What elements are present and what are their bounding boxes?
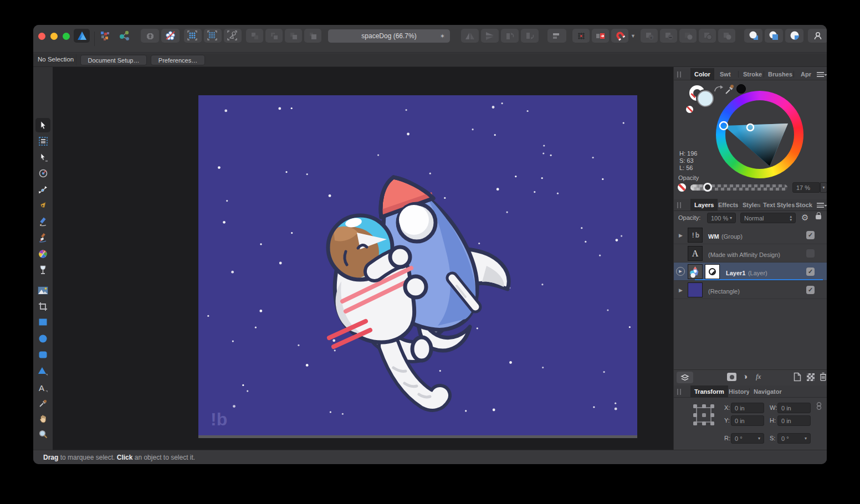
tab-navigator[interactable]: Navigator	[750, 385, 786, 398]
insert-inside-button[interactable]	[785, 29, 803, 43]
panel-grip-icon[interactable]	[677, 202, 681, 208]
new-layer-icon[interactable]	[794, 372, 801, 382]
account-button[interactable]	[808, 29, 827, 43]
document-setup-button[interactable]: Document Setup…	[80, 55, 147, 65]
fine-dot-grid-toggle-button[interactable]	[204, 29, 222, 43]
trash-icon[interactable]	[820, 372, 827, 381]
layer-visibility-checkbox[interactable]	[806, 286, 815, 294]
zoom-window-button[interactable]	[63, 33, 70, 40]
checkerboard-icon[interactable]	[807, 373, 815, 381]
pencil-tool[interactable]	[35, 214, 50, 229]
rotation-dropdown[interactable]: 0 °▾	[731, 433, 764, 444]
document-title[interactable]: spaceDog (66.7%) ✶	[328, 29, 450, 43]
tab-transform[interactable]: Transform	[690, 385, 728, 398]
layer-thumbnail[interactable]: !b	[688, 228, 703, 243]
view-tool[interactable]	[35, 412, 50, 426]
embed-document-button[interactable]	[141, 29, 159, 43]
fill-color-well[interactable]	[697, 90, 714, 107]
canvas-pasteboard[interactable]: !b	[53, 67, 673, 450]
layer-thumbnail[interactable]: A	[688, 246, 703, 261]
boolean-combine-button[interactable]	[718, 29, 735, 43]
tab-color[interactable]: Color	[690, 68, 714, 80]
flip-vertical-button[interactable]	[481, 29, 499, 43]
x-input[interactable]: 0 in	[731, 403, 764, 413]
corner-tool[interactable]	[35, 182, 50, 197]
move-tool[interactable]	[35, 118, 50, 132]
opacity-dropdown-caret[interactable]: ▾	[820, 182, 827, 193]
force-pixel-alignment-button[interactable]	[592, 29, 609, 43]
tab-brushes[interactable]: Brushes	[764, 68, 796, 80]
boolean-add-button[interactable]: +	[641, 29, 658, 43]
no-color-swatch[interactable]	[686, 106, 693, 113]
unclip-curves-button[interactable]	[161, 29, 180, 43]
adjustment-layer-icon[interactable]: ◑	[743, 372, 748, 381]
blend-mode-dropdown[interactable]: Normal▴▾	[740, 213, 796, 223]
clip-expand-circle-icon[interactable]: ▶	[676, 267, 685, 276]
color-panel-menu-icon[interactable]	[817, 72, 824, 77]
select-shapes-button[interactable]	[224, 29, 242, 43]
text-tool[interactable]: A	[35, 380, 50, 395]
tab-appearance[interactable]: Apr	[797, 68, 815, 80]
move-back-one-button[interactable]	[246, 29, 263, 43]
place-image-tool[interactable]	[35, 283, 50, 297]
rotate-cw-button[interactable]	[521, 29, 539, 43]
link-dimensions-icon[interactable]	[817, 402, 821, 410]
snapping-options-caret[interactable]: ▼	[631, 33, 636, 39]
move-to-front-button[interactable]	[304, 29, 321, 43]
designer-persona-button[interactable]	[74, 29, 90, 43]
hsl-triangle[interactable]	[716, 91, 803, 178]
layer-visibility-checkbox[interactable]	[806, 231, 815, 239]
panel-grip-icon[interactable]	[677, 389, 681, 395]
node-tool[interactable]	[35, 150, 50, 164]
rounded-rectangle-tool[interactable]	[35, 347, 50, 362]
transform-anchor-widget[interactable]	[692, 403, 715, 426]
color-wheel[interactable]	[716, 91, 803, 178]
tab-swatches[interactable]: Swt	[716, 68, 735, 80]
insert-behind-button[interactable]	[744, 29, 762, 43]
shear-dropdown[interactable]: 0 °▾	[777, 433, 811, 444]
opacity-none-icon[interactable]	[678, 183, 686, 192]
layer-row-rectangle[interactable]: ▶ (Rectangle)	[674, 281, 827, 299]
boolean-divide-button[interactable]	[699, 29, 716, 43]
layer-thumbnail[interactable]	[688, 282, 703, 297]
point-transform-tool[interactable]	[35, 166, 50, 181]
layers-stack-button[interactable]	[677, 372, 693, 383]
document-canvas[interactable]: !b	[198, 95, 637, 435]
fx-icon[interactable]: fx	[756, 372, 761, 381]
color-picker-tool[interactable]	[35, 396, 50, 410]
grid-toggle-button[interactable]	[572, 29, 590, 43]
tab-stock[interactable]: Stock	[792, 199, 816, 211]
layers-opacity-dropdown[interactable]: 100 %▾	[707, 213, 736, 223]
expand-arrow-icon[interactable]: ▶	[679, 287, 683, 293]
layer-row-wm-group[interactable]: ▶ !b WM (Group)	[674, 226, 827, 244]
layer-mask-thumbnail[interactable]	[705, 264, 720, 279]
artboard-tool[interactable]	[35, 134, 50, 148]
layer-row-layer1-selected[interactable]: ▶ Layer1 (Layer)	[674, 263, 827, 281]
w-input[interactable]: 0 in	[777, 403, 811, 413]
move-forward-one-button[interactable]	[285, 29, 302, 43]
mask-layer-icon[interactable]	[727, 373, 736, 381]
boolean-subtract-button[interactable]	[660, 29, 677, 43]
transparency-tool[interactable]	[35, 263, 50, 277]
expand-arrow-icon[interactable]: ▶	[679, 233, 683, 238]
layer-row-made-with[interactable]: A (Made with Affinity Design)	[674, 244, 827, 263]
dot-grid-toggle-button[interactable]	[184, 29, 202, 43]
vector-brush-tool[interactable]	[35, 230, 50, 245]
export-persona-button[interactable]	[116, 29, 132, 43]
opacity-slider-handle[interactable]	[703, 183, 712, 192]
panel-grip-icon[interactable]	[677, 71, 681, 78]
move-to-back-button[interactable]	[265, 29, 283, 43]
minimize-window-button[interactable]	[50, 33, 58, 40]
rectangle-tool[interactable]	[35, 315, 50, 329]
layer-visibility-checkbox[interactable]	[806, 268, 815, 276]
tab-stroke[interactable]: Stroke	[739, 68, 766, 80]
pen-tool[interactable]	[35, 198, 50, 213]
opacity-value-field[interactable]: 17 %	[792, 182, 820, 193]
fill-tool[interactable]	[35, 246, 50, 261]
layers-panel-menu-icon[interactable]	[817, 203, 824, 208]
close-window-button[interactable]	[38, 33, 45, 40]
y-input[interactable]: 0 in	[731, 415, 764, 426]
triangle-tool[interactable]	[35, 364, 50, 378]
insert-on-top-button[interactable]	[765, 29, 783, 43]
snapping-toggle-button[interactable]	[611, 29, 628, 43]
